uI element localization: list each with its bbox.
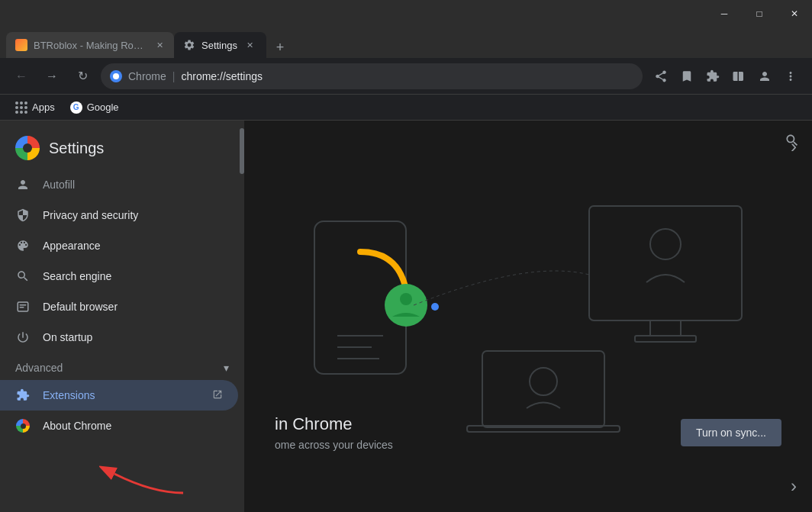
sidebar-item-extensions[interactable]: Extensions xyxy=(0,380,238,411)
svg-point-15 xyxy=(650,229,681,259)
sidebar-advanced-header[interactable]: Advanced ▾ xyxy=(0,353,244,380)
chevron-bottom-icon: › xyxy=(791,475,797,497)
svg-rect-13 xyxy=(650,320,681,336)
bookmark-apps-label: Apps xyxy=(32,101,55,113)
svg-point-8 xyxy=(431,303,439,311)
extensions-button[interactable] xyxy=(701,64,725,89)
tab-settings[interactable]: Settings ✕ xyxy=(174,32,266,58)
menu-button[interactable] xyxy=(778,64,803,89)
appearance-icon xyxy=(15,238,31,253)
sidebar-advanced-label: Advanced xyxy=(15,362,63,374)
default-browser-icon xyxy=(15,299,31,314)
sync-subtext: ome across your devices xyxy=(275,439,393,451)
bookmark-apps[interactable]: Apps xyxy=(9,98,61,117)
bookmark-google[interactable]: G Google xyxy=(64,98,125,117)
apps-icon xyxy=(15,101,27,114)
reload-button[interactable]: ↻ xyxy=(70,64,95,89)
sidebar: Settings Autofill Privacy and security A… xyxy=(0,121,244,512)
extensions-icon xyxy=(15,388,31,403)
sidebar-item-search-label: Search engine xyxy=(43,270,111,282)
tab-settings-close[interactable]: ✕ xyxy=(243,38,257,52)
sync-section: in Chrome ome across your devices Turn o… xyxy=(244,414,812,451)
sidebar-item-appearance[interactable]: Appearance xyxy=(0,230,238,261)
privacy-icon xyxy=(15,208,31,223)
sidebar-item-autofill[interactable]: Autofill xyxy=(0,169,238,200)
sync-text: in Chrome ome across your devices xyxy=(275,414,393,451)
sidebar-item-default-browser[interactable]: Default browser xyxy=(0,291,238,322)
window-controls: ─ □ ✕ xyxy=(707,0,812,27)
sidebar-advanced-chevron: ▾ xyxy=(224,362,229,374)
chevron-bottom[interactable]: › xyxy=(259,475,797,497)
illustration-svg xyxy=(299,183,757,450)
toolbar-icons xyxy=(649,64,803,89)
tab-btroblox[interactable]: BTRoblox - Making Roblox Bette... ✕ xyxy=(6,32,174,58)
sidebar-item-autofill-label: Autofill xyxy=(43,179,75,191)
sidebar-item-startup[interactable]: On startup xyxy=(0,322,238,353)
tab-btroblox-favicon xyxy=(15,39,27,51)
sidebar-item-privacy-label: Privacy and security xyxy=(43,209,138,221)
sync-heading: in Chrome xyxy=(275,414,393,434)
sidebar-item-extensions-label: Extensions xyxy=(43,389,200,401)
address-prefix: Chrome xyxy=(128,70,166,82)
svg-rect-14 xyxy=(635,336,696,342)
bookmark-google-label: Google xyxy=(87,101,119,113)
chrome-logo xyxy=(15,136,40,160)
address-favicon xyxy=(110,70,122,82)
bookmarks-bar: Apps G Google xyxy=(0,95,812,121)
address-bar-row: ← → ↻ Chrome | chrome://settings xyxy=(0,58,812,95)
tab-settings-title: Settings xyxy=(201,40,237,51)
svg-rect-2 xyxy=(20,304,27,306)
profile-button[interactable] xyxy=(752,64,777,89)
svg-rect-12 xyxy=(589,206,742,320)
maximize-button[interactable]: □ xyxy=(742,0,777,27)
startup-icon xyxy=(15,330,31,345)
page-content: Settings Autofill Privacy and security A… xyxy=(0,121,812,512)
svg-point-0 xyxy=(113,73,119,79)
tab-settings-favicon xyxy=(183,39,195,51)
main-content: in Chrome ome across your devices Turn o… xyxy=(244,121,812,512)
back-button[interactable]: ← xyxy=(9,64,34,89)
illustration xyxy=(244,121,812,512)
google-logo: G xyxy=(70,101,82,114)
tab-btroblox-close[interactable]: ✕ xyxy=(154,38,165,52)
external-link-icon xyxy=(212,389,223,402)
address-separator: | xyxy=(172,70,176,82)
sidebar-item-default-browser-label: Default browser xyxy=(43,301,118,313)
autofill-icon xyxy=(15,177,31,192)
chevron-top-icon: › xyxy=(791,136,797,157)
sidebar-header: Settings xyxy=(0,121,244,169)
new-tab-button[interactable]: + xyxy=(269,37,291,58)
sidebar-item-about-label: About Chrome xyxy=(43,420,111,432)
tabs-bar: BTRoblox - Making Roblox Bette... ✕ Sett… xyxy=(0,27,812,58)
svg-point-18 xyxy=(530,368,557,395)
svg-rect-3 xyxy=(20,307,24,308)
red-arrow xyxy=(99,451,191,497)
about-icon xyxy=(15,418,31,433)
split-view-button[interactable] xyxy=(727,64,751,89)
bookmark-button[interactable] xyxy=(675,64,699,89)
title-bar: ─ □ ✕ xyxy=(0,0,812,27)
address-url: chrome://settings xyxy=(181,70,263,82)
chevron-top[interactable]: › xyxy=(259,136,797,157)
sidebar-item-appearance-label: Appearance xyxy=(43,240,101,252)
share-button[interactable] xyxy=(649,64,673,89)
sidebar-item-startup-label: On startup xyxy=(43,331,92,343)
sidebar-item-search[interactable]: Search engine xyxy=(0,261,238,291)
minimize-button[interactable]: ─ xyxy=(707,0,742,27)
tab-btroblox-title: BTRoblox - Making Roblox Bette... xyxy=(34,40,148,51)
close-button[interactable]: ✕ xyxy=(777,0,812,27)
address-box[interactable]: Chrome | chrome://settings xyxy=(101,63,643,89)
search-engine-icon xyxy=(15,269,31,284)
svg-point-7 xyxy=(400,293,412,305)
sidebar-item-privacy[interactable]: Privacy and security xyxy=(0,200,238,230)
settings-title: Settings xyxy=(49,140,104,157)
sidebar-item-about[interactable]: About Chrome xyxy=(0,411,238,441)
forward-button[interactable]: → xyxy=(40,64,64,89)
sync-button[interactable]: Turn on sync... xyxy=(681,419,781,446)
